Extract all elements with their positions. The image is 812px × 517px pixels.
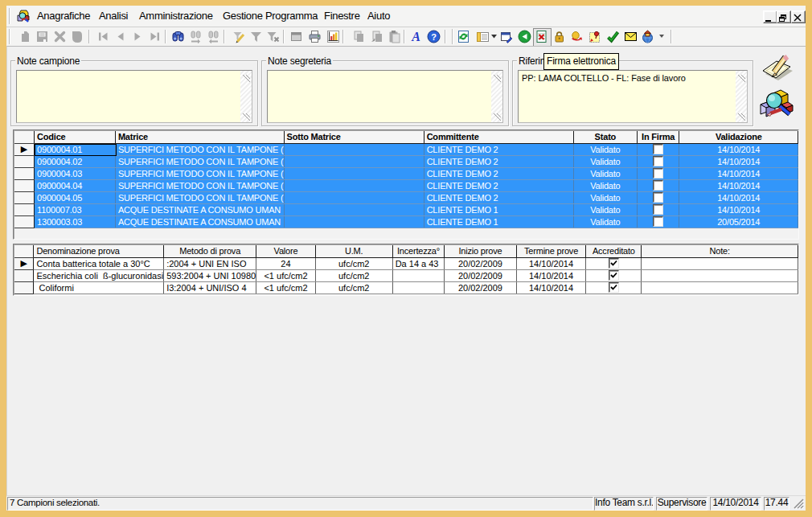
svg-text:A: A: [411, 30, 420, 43]
svg-text:?: ?: [431, 32, 437, 42]
